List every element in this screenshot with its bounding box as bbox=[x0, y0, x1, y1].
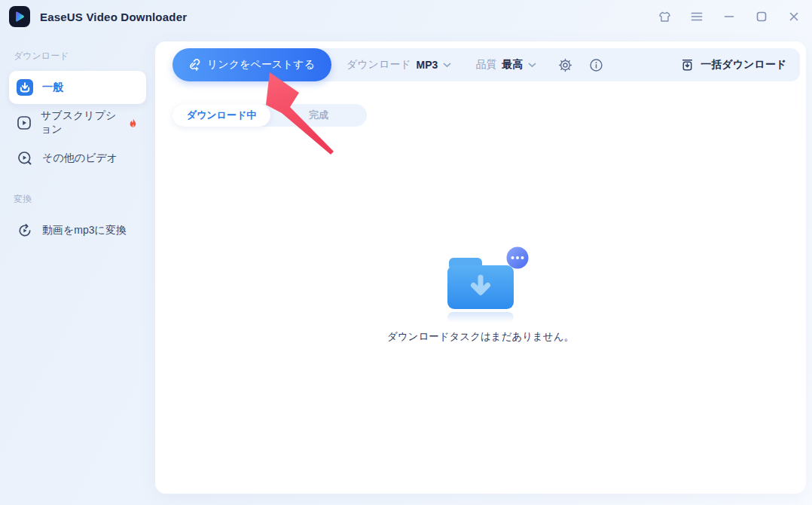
format-dropdown[interactable]: ダウンロード MP3 bbox=[346, 58, 451, 72]
app-title: EaseUS Video Downloader bbox=[40, 11, 187, 23]
batch-download-label: 一括ダウンロード bbox=[701, 58, 786, 72]
sidebar-item-label: その他のビデオ bbox=[42, 152, 118, 165]
chevron-down-icon bbox=[443, 63, 451, 68]
window-controls bbox=[657, 9, 801, 24]
sidebar-item-subscription[interactable]: サブスクリプション bbox=[9, 106, 146, 139]
app-logo-icon bbox=[9, 6, 30, 27]
play-circle-search-icon bbox=[17, 150, 33, 167]
main-panel: リンクをペーストする ダウンロード MP3 品質 最高 bbox=[155, 41, 806, 494]
maximize-icon[interactable] bbox=[754, 9, 769, 24]
download-tabs: ダウンロード中 完成 bbox=[172, 104, 367, 127]
paste-link-label: リンクをペーストする bbox=[207, 58, 315, 72]
sidebar-section-convert: 変換 bbox=[9, 187, 146, 214]
format-label: ダウンロード bbox=[346, 58, 411, 72]
play-square-icon bbox=[17, 115, 32, 131]
close-icon[interactable] bbox=[786, 9, 801, 24]
empty-state: ダウンロードタスクはまだありません。 bbox=[155, 241, 806, 344]
sidebar-item-general[interactable]: 一般 bbox=[9, 71, 146, 104]
sidebar-item-label: 一般 bbox=[42, 81, 63, 94]
info-icon[interactable] bbox=[588, 57, 604, 73]
sidebar: ダウンロード 一般 サブスクリプション bbox=[0, 33, 155, 505]
format-value: MP3 bbox=[417, 59, 438, 71]
batch-download-icon bbox=[680, 58, 694, 72]
convert-play-icon bbox=[17, 222, 33, 239]
titlebar: EaseUS Video Downloader bbox=[0, 0, 812, 33]
sidebar-item-label: サブスクリプション bbox=[41, 109, 118, 136]
chevron-down-icon bbox=[528, 63, 536, 68]
toolbar: リンクをペーストする ダウンロード MP3 品質 最高 bbox=[172, 48, 800, 81]
download-square-icon bbox=[17, 79, 33, 96]
tab-completed[interactable]: 完成 bbox=[270, 109, 367, 122]
paste-link-button[interactable]: リンクをペーストする bbox=[172, 48, 331, 81]
sidebar-item-convert-mp3[interactable]: 動画をmp3に変換 bbox=[9, 214, 146, 247]
tab-downloading[interactable]: ダウンロード中 bbox=[172, 104, 270, 127]
quality-label: 品質 bbox=[475, 58, 496, 72]
settings-gear-icon[interactable] bbox=[557, 57, 573, 73]
menu-icon[interactable] bbox=[689, 9, 704, 24]
quality-dropdown[interactable]: 品質 最高 bbox=[475, 58, 536, 72]
quality-value: 最高 bbox=[502, 58, 523, 72]
sidebar-section-download: ダウンロード bbox=[9, 44, 146, 71]
empty-state-message: ダウンロードタスクはまだありません。 bbox=[387, 330, 574, 344]
sidebar-item-other-videos[interactable]: その他のビデオ bbox=[9, 142, 146, 175]
theme-shirt-icon[interactable] bbox=[657, 9, 672, 24]
batch-download-button[interactable]: 一括ダウンロード bbox=[680, 58, 786, 72]
link-plus-icon bbox=[186, 58, 200, 72]
empty-folder-icon bbox=[441, 241, 535, 326]
minimize-icon[interactable] bbox=[722, 9, 737, 24]
flame-icon bbox=[127, 117, 139, 130]
sidebar-item-label: 動画をmp3に変換 bbox=[42, 224, 127, 237]
